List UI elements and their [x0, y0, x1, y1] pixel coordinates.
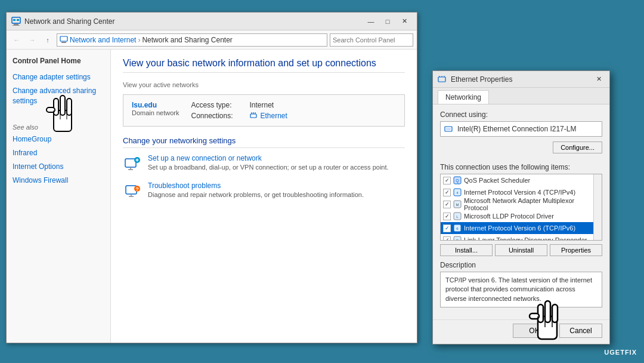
sidebar-homegroup[interactable]: HomeGroup — [13, 134, 104, 144]
listbox-scrollbar[interactable] — [593, 174, 602, 240]
ethernet-link-text: Ethernet — [260, 112, 287, 120]
item-label-mux: Microsoft Network Adapter Multiplexor Pr… — [464, 197, 599, 211]
window-icon — [11, 17, 21, 26]
settings-item-troubleshoot: ? Troubleshoot problems Diagnose and rep… — [123, 182, 405, 201]
items-label: This connection uses the following items… — [440, 163, 602, 171]
access-type-label: Access type: — [191, 101, 244, 109]
properties-button[interactable]: Properties — [550, 244, 602, 256]
list-item[interactable]: ✓ L Microsoft LLDP Protocol Driver — [441, 210, 602, 222]
dialog-footer: OK Cancel — [433, 319, 609, 344]
close-button[interactable]: ✕ — [397, 16, 412, 27]
network-type: Domain network — [132, 109, 179, 116]
eth-tabs: Networking — [433, 88, 609, 104]
device-box: Intel(R) Ethernet Connection I217-LM — [440, 121, 602, 137]
svg-rect-5 — [60, 36, 67, 41]
svg-text:Q: Q — [456, 179, 459, 183]
configure-button[interactable]: Configure... — [553, 141, 602, 153]
items-listbox[interactable]: ✓ Q QoS Packet Scheduler ✓ 4 Internet Pr… — [440, 174, 602, 241]
settings-item-text: Set up a new connection or network Set u… — [148, 154, 389, 171]
eth-tab-networking[interactable]: Networking — [438, 90, 489, 104]
item-label-qos: QoS Packet Scheduler — [464, 177, 530, 184]
svg-text:R: R — [456, 239, 459, 241]
checkbox-ipv4[interactable]: ✓ — [443, 189, 451, 196]
breadcrumb-current: Network and Sharing Center — [142, 36, 232, 44]
sidebar-link-adapter[interactable]: Change adapter settings — [13, 72, 104, 82]
change-settings-section: Change your networking settings Set up a… — [123, 136, 405, 201]
sidebar: Control Panel Home Change adapter settin… — [7, 50, 111, 343]
back-button[interactable]: ← — [10, 33, 23, 47]
checkbox-qos[interactable]: ✓ — [443, 177, 451, 184]
ethernet-link[interactable]: Ethernet — [249, 112, 287, 120]
settings-item-new-connection: Set up a new connection or network Set u… — [123, 154, 405, 173]
device-icon — [444, 125, 453, 133]
svg-rect-9 — [250, 114, 256, 118]
svg-rect-3 — [13, 19, 16, 21]
window-title: Network and Sharing Center — [24, 17, 363, 26]
svg-rect-6 — [61, 42, 66, 43]
network-left: lsu.edu Domain network — [132, 101, 179, 116]
sidebar-windows-firewall[interactable]: Windows Firewall — [13, 176, 104, 186]
list-item[interactable]: ✓ R Link-Layer Topology Discovery Respon… — [441, 234, 602, 241]
uninstall-button[interactable]: Uninstall — [495, 244, 547, 256]
change-settings-heading: Change your networking settings — [123, 136, 405, 148]
responder-icon: R — [453, 236, 462, 241]
breadcrumb-network-internet[interactable]: Network and Internet — [70, 36, 136, 44]
window-controls: — □ ✕ — [363, 16, 412, 27]
ipv4-icon: 4 — [453, 188, 462, 196]
new-connection-link[interactable]: Set up a new connection or network — [148, 154, 262, 162]
troubleshoot-desc: Diagnose and repair network problems, or… — [148, 191, 364, 198]
eth-dialog-icon — [438, 75, 447, 84]
svg-rect-32 — [438, 77, 445, 82]
troubleshoot-icon: ? — [123, 182, 142, 201]
address-bar: ← → ↑ Network and Internet › Network and… — [7, 30, 417, 50]
list-item[interactable]: ✓ M Microsoft Network Adapter Multiplexo… — [441, 198, 602, 210]
title-bar: Network and Sharing Center — □ ✕ — [7, 13, 417, 30]
main-window: Network and Sharing Center — □ ✕ ← → ↑ N… — [6, 12, 417, 343]
ok-button[interactable]: OK — [513, 324, 556, 338]
device-name: Intel(R) Ethernet Connection I217-LM — [457, 125, 576, 133]
page-heading: View your basic network information and … — [123, 58, 405, 73]
maximize-button[interactable]: □ — [380, 16, 395, 27]
new-connection-desc: Set up a broadband, dial-up, or VPN conn… — [148, 164, 389, 171]
list-item[interactable]: ✓ 4 Internet Protocol Version 4 (TCP/IPv… — [441, 186, 602, 198]
checkbox-lldp[interactable]: ✓ — [443, 213, 451, 220]
svg-text:?: ? — [135, 186, 139, 192]
sidebar-link-sharing[interactable]: Change advanced sharingsettings — [13, 86, 104, 106]
up-button[interactable]: ↑ — [41, 33, 54, 47]
mux-icon: M — [453, 200, 462, 208]
svg-rect-2 — [13, 25, 20, 26]
eth-body: Connect using: Intel(R) Ethernet Connect… — [433, 104, 609, 319]
checkbox-mux[interactable]: ✓ — [443, 201, 451, 208]
checkbox-responder[interactable]: ✓ — [443, 236, 451, 241]
lldp-icon: L — [453, 212, 462, 220]
network-right: Access type: Internet Connections: Ether… — [191, 101, 396, 120]
new-connection-icon — [123, 154, 142, 173]
eth-close-button[interactable]: ✕ — [593, 74, 605, 85]
install-button[interactable]: Install... — [440, 244, 493, 256]
content-area: Control Panel Home Change adapter settin… — [7, 50, 417, 343]
troubleshoot-text: Troubleshoot problems Diagnose and repai… — [148, 182, 364, 198]
breadcrumb: Network and Internet › Network and Shari… — [57, 33, 327, 47]
description-title: Description — [440, 261, 602, 269]
eth-dialog-title: Ethernet Properties — [451, 75, 593, 84]
forward-button[interactable]: → — [26, 33, 39, 47]
see-also-section: See also HomeGroup Infrared Internet Opt… — [13, 124, 104, 185]
access-type-value: Internet — [249, 101, 274, 109]
troubleshoot-link[interactable]: Troubleshoot problems — [148, 182, 221, 190]
list-item[interactable]: ✓ Q QoS Packet Scheduler — [441, 174, 602, 186]
cancel-button[interactable]: Cancel — [559, 324, 602, 338]
action-buttons: Install... Uninstall Properties — [440, 244, 602, 256]
ethernet-properties-dialog: Ethernet Properties ✕ Networking Connect… — [432, 70, 610, 344]
network-info-box: lsu.edu Domain network Access type: Inte… — [123, 94, 405, 127]
search-bar[interactable] — [330, 33, 413, 47]
sidebar-infrared[interactable]: Infrared — [13, 148, 104, 158]
list-item-selected[interactable]: ✓ 6 Internet Protocol Version 6 (TCP/IPv… — [441, 222, 602, 234]
sidebar-title: Control Panel Home — [13, 57, 104, 65]
checkbox-ipv6[interactable]: ✓ — [443, 224, 451, 232]
item-label-responder: Link-Layer Topology Discovery Responder — [464, 236, 587, 241]
minimize-button[interactable]: — — [363, 16, 379, 27]
eth-title-bar: Ethernet Properties ✕ — [433, 71, 609, 88]
see-also-label: See also — [13, 124, 104, 131]
sidebar-internet-options[interactable]: Internet Options — [13, 162, 104, 172]
search-input[interactable] — [333, 36, 415, 44]
